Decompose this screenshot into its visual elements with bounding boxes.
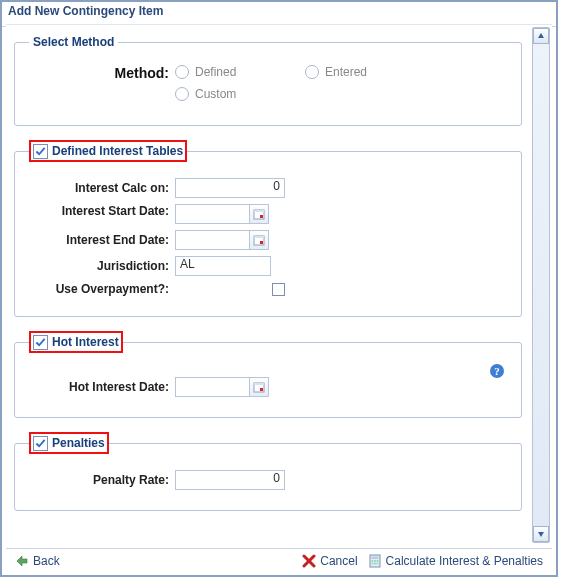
hot-interest-date-input[interactable] <box>175 377 249 397</box>
cancel-icon <box>302 554 316 568</box>
svg-rect-21 <box>371 562 373 564</box>
cancel-button[interactable]: Cancel <box>297 552 362 570</box>
scrollbar-vertical[interactable] <box>532 27 550 543</box>
svg-marker-11 <box>538 33 544 38</box>
svg-rect-18 <box>371 560 373 562</box>
calendar-icon <box>253 234 265 246</box>
check-icon <box>35 438 46 449</box>
end-date-picker-button[interactable] <box>249 230 269 250</box>
group-checkbox[interactable] <box>33 144 48 159</box>
group-penalties: Penalties Penalty Rate: 0 <box>14 432 522 511</box>
calendar-icon <box>253 381 265 393</box>
penalty-rate-input[interactable]: 0 <box>175 470 285 490</box>
dialog-add-contingency: Add New Contingency Item Select Method M… <box>0 0 558 577</box>
scroll-area: Select Method Method: Defined Entered <box>8 27 530 543</box>
start-date-field <box>175 204 269 224</box>
jurisdiction-label: Jurisdiction: <box>29 259 175 273</box>
group-checkbox[interactable] <box>33 436 48 451</box>
end-date-field <box>175 230 269 250</box>
svg-rect-4 <box>254 236 264 238</box>
jurisdiction-input[interactable]: AL <box>175 256 271 276</box>
svg-rect-20 <box>376 560 378 562</box>
group-checkbox[interactable] <box>33 335 48 350</box>
penalty-rate-label: Penalty Rate: <box>29 473 175 487</box>
radio-icon <box>175 87 189 101</box>
back-label: Back <box>33 554 60 568</box>
group-legend: Hot Interest <box>29 331 123 353</box>
radio-icon <box>175 65 189 79</box>
scroll-up-button[interactable] <box>533 28 549 44</box>
dialog-body: Select Method Method: Defined Entered <box>6 24 552 545</box>
group-title: Penalties <box>52 436 105 450</box>
interest-calc-input[interactable]: 0 <box>175 178 285 198</box>
start-date-label: Interest Start Date: <box>29 204 175 218</box>
interest-calc-label: Interest Calc on: <box>29 181 175 195</box>
svg-rect-23 <box>376 562 378 564</box>
hot-interest-date-picker-button[interactable] <box>249 377 269 397</box>
end-date-input[interactable] <box>175 230 249 250</box>
help-icon[interactable]: ? <box>489 363 505 379</box>
radio-defined[interactable]: Defined <box>175 65 305 79</box>
group-legend: Defined Interest Tables <box>29 140 187 162</box>
calculate-button[interactable]: Calculate Interest & Penalties <box>363 552 548 570</box>
scroll-down-button[interactable] <box>533 526 549 542</box>
dialog-footer: Back Cancel Calculate Interest & Penalti… <box>6 548 552 572</box>
radio-icon <box>305 65 319 79</box>
svg-rect-1 <box>254 210 264 212</box>
svg-rect-9 <box>254 383 264 385</box>
chevron-up-icon <box>537 32 545 40</box>
svg-rect-5 <box>260 241 263 244</box>
calculator-icon <box>368 554 382 568</box>
group-select-method: Select Method Method: Defined Entered <box>14 35 522 126</box>
hot-interest-date-label: Hot Interest Date: <box>29 380 175 394</box>
radio-label: Entered <box>325 65 367 79</box>
back-arrow-icon <box>15 554 29 568</box>
group-legend: Penalties <box>29 432 109 454</box>
radio-entered[interactable]: Entered <box>305 65 435 79</box>
svg-rect-10 <box>260 388 263 391</box>
radio-custom[interactable]: Custom <box>175 87 305 101</box>
group-title: Defined Interest Tables <box>52 144 183 158</box>
overpayment-checkbox[interactable] <box>272 283 285 296</box>
svg-rect-19 <box>374 560 376 562</box>
check-icon <box>35 337 46 348</box>
group-defined-interest: Defined Interest Tables Interest Calc on… <box>14 140 522 317</box>
calendar-icon <box>253 208 265 220</box>
back-button[interactable]: Back <box>10 552 65 570</box>
svg-rect-2 <box>260 215 263 218</box>
start-date-input[interactable] <box>175 204 249 224</box>
check-icon <box>35 146 46 157</box>
svg-rect-17 <box>371 556 378 559</box>
cancel-label: Cancel <box>320 554 357 568</box>
svg-text:?: ? <box>494 365 500 377</box>
start-date-picker-button[interactable] <box>249 204 269 224</box>
group-title: Hot Interest <box>52 335 119 349</box>
end-date-label: Interest End Date: <box>29 233 175 247</box>
group-hot-interest: Hot Interest ? Hot Interest Date: <box>14 331 522 418</box>
overpayment-label: Use Overpayment?: <box>29 282 175 296</box>
method-label: Method: <box>29 65 175 81</box>
method-options: Defined Entered Custom <box>175 65 435 101</box>
radio-label: Custom <box>195 87 236 101</box>
svg-marker-13 <box>17 556 27 566</box>
chevron-down-icon <box>537 530 545 538</box>
radio-label: Defined <box>195 65 236 79</box>
svg-rect-22 <box>374 562 376 564</box>
svg-marker-12 <box>538 532 544 537</box>
hot-interest-date-field <box>175 377 269 397</box>
calculate-label: Calculate Interest & Penalties <box>386 554 543 568</box>
group-legend: Select Method <box>29 35 118 49</box>
